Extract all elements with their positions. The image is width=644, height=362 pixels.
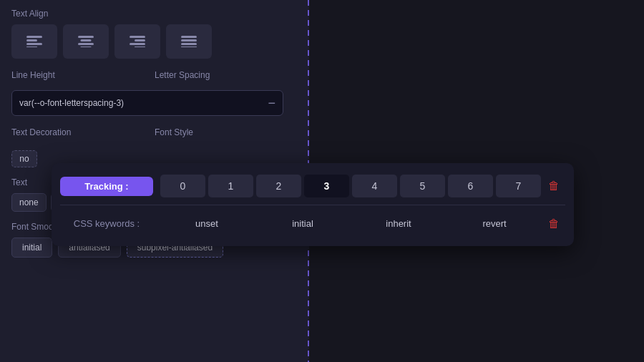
- kw-inherit-button[interactable]: inherit: [351, 212, 447, 235]
- letter-spacing-minus[interactable]: −: [268, 96, 275, 111]
- tracking-1-button[interactable]: 1: [208, 175, 253, 197]
- svg-rect-10: [130, 43, 145, 45]
- css-keywords-label: CSS keywords :: [60, 214, 153, 233]
- tracking-5-button[interactable]: 5: [400, 175, 445, 197]
- svg-rect-13: [181, 39, 197, 41]
- svg-rect-6: [78, 43, 94, 45]
- tracking-label: Tracking :: [60, 177, 153, 196]
- tracking-7-button[interactable]: 7: [496, 175, 541, 197]
- letter-spacing-value: var(--o-font-letterspacing-3): [19, 98, 124, 108]
- tracking-row: Tracking : 0 1 2 3 4 5 6 7 🗑: [52, 170, 574, 202]
- line-height-letter-spacing-labels: Line Height Letter Spacing: [11, 70, 296, 86]
- deco-none-button[interactable]: no: [11, 150, 37, 167]
- tracking-numbers: 0 1 2 3 4 5 6 7: [159, 175, 542, 197]
- svg-rect-11: [135, 47, 145, 47]
- svg-rect-2: [26, 43, 42, 45]
- tracking-2-button[interactable]: 2: [256, 175, 301, 197]
- css-keywords-row: CSS keywords : unset initial inherit rev…: [52, 208, 574, 239]
- transform-none-button[interactable]: none: [11, 193, 47, 212]
- align-right-button[interactable]: [114, 24, 160, 59]
- kw-unset-button[interactable]: unset: [159, 212, 255, 235]
- svg-rect-0: [26, 36, 42, 38]
- tracking-popup: Tracking : 0 1 2 3 4 5 6 7 🗑 CSS keyword…: [52, 163, 574, 246]
- svg-rect-3: [26, 47, 37, 47]
- align-justify-button[interactable]: [166, 24, 212, 59]
- svg-rect-8: [130, 36, 145, 38]
- svg-rect-1: [26, 39, 37, 41]
- popup-divider: [60, 205, 565, 205]
- smooth-initial-button[interactable]: initial: [11, 238, 52, 258]
- tracking-4-button[interactable]: 4: [352, 175, 397, 197]
- tracking-6-button[interactable]: 6: [448, 175, 493, 197]
- svg-rect-12: [181, 36, 197, 38]
- kw-revert-button[interactable]: revert: [447, 212, 542, 235]
- text-align-row: [11, 24, 296, 59]
- svg-rect-5: [81, 39, 92, 41]
- tracking-delete-button[interactable]: 🗑: [542, 177, 565, 195]
- svg-rect-7: [81, 47, 92, 47]
- tracking-0-button[interactable]: 0: [160, 175, 205, 197]
- line-height-label: Line Height: [11, 70, 155, 80]
- text-decoration-font-style-row: Text Decoration Font Style: [11, 127, 296, 143]
- align-center-button[interactable]: [63, 24, 109, 59]
- letter-spacing-field[interactable]: var(--o-font-letterspacing-3) −: [11, 90, 283, 116]
- css-keywords-options: unset initial inherit revert: [159, 212, 542, 235]
- text-align-label: Text Align: [11, 9, 296, 19]
- kw-initial-button[interactable]: initial: [255, 212, 351, 235]
- letter-spacing-label: Letter Spacing: [155, 70, 296, 80]
- text-decoration-label: Text Decoration: [11, 127, 155, 137]
- font-style-label: Font Style: [155, 127, 296, 137]
- svg-rect-4: [78, 36, 94, 38]
- svg-rect-14: [181, 43, 197, 45]
- tracking-3-button[interactable]: 3: [304, 175, 349, 197]
- svg-rect-15: [181, 47, 197, 47]
- align-left-button[interactable]: [11, 24, 57, 59]
- svg-rect-9: [135, 39, 145, 41]
- css-keywords-delete-button[interactable]: 🗑: [542, 215, 565, 233]
